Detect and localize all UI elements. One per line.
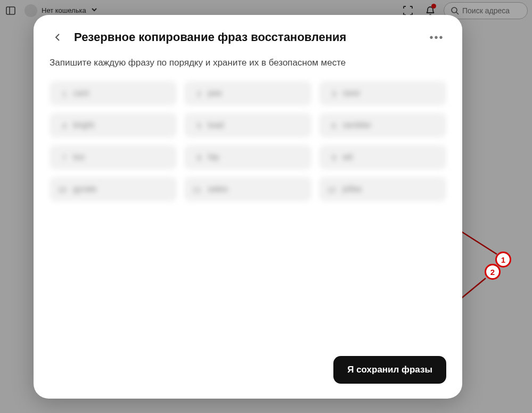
phrase-word: rambler [342,120,371,130]
phrase-index: 11 [192,185,201,194]
phrase-word: gyrate [73,184,96,194]
back-button[interactable] [50,29,67,46]
phrase-index: 6 [326,121,336,130]
modal-header: Резервное копирование фраз восстановлени… [50,28,446,47]
phrase-cell: 4bright [50,113,177,137]
phrase-index: 10 [57,185,67,194]
phrase-word: bright [73,120,94,130]
phrase-index: 9 [326,153,336,162]
modal-footer: Я сохранил фразы [50,356,446,384]
phrase-index: 3 [326,89,336,98]
modal-title: Резервное копирование фраз восстановлени… [74,30,420,44]
chevron-left-icon [53,33,63,42]
modal-subtitle: Запишите каждую фразу по порядку и храни… [50,58,446,68]
phrase-index: 12 [326,185,336,194]
phrase-index: 4 [57,121,67,130]
phrase-index: 7 [57,153,67,162]
phrase-index: 5 [192,121,201,130]
confirm-saved-button[interactable]: Я сохранил фразы [333,356,446,384]
phrase-word: load [208,120,224,130]
annotation-marker-2: 2 [485,264,501,280]
phrase-word: rarer [342,88,361,98]
phrase-cell: 3rarer [319,81,446,106]
phrase-cell: 9wit [319,145,446,169]
phrase-word: too [73,152,85,162]
phrase-cell: 2pee [184,81,312,106]
phrase-cell: 1cant [50,81,177,106]
phrase-word: cant [73,88,89,98]
phrase-word: sates [208,184,228,194]
phrase-index: 1 [57,89,67,98]
phrase-word: wit [342,152,353,162]
phrase-grid: 1cant2pee3rarer4bright5load6rambler7too8… [50,81,446,201]
phrase-cell: 8hip [184,145,312,169]
phrase-index: 8 [192,153,201,162]
phrase-word: jollas [342,184,362,194]
phrase-cell: 5load [184,113,312,137]
phrase-index: 2 [192,89,201,98]
phrase-cell: 10gyrate [50,177,177,201]
phrase-cell: 11sates [184,177,312,201]
more-button[interactable]: ••• [427,28,446,47]
phrase-word: pee [208,88,222,98]
phrase-cell: 7too [50,145,177,169]
phrase-cell: 12jollas [319,177,446,201]
phrase-word: hip [208,152,219,162]
backup-phrase-modal: Резервное копирование фраз восстановлени… [34,15,462,399]
more-icon: ••• [429,31,444,44]
phrase-cell: 6rambler [319,113,446,137]
